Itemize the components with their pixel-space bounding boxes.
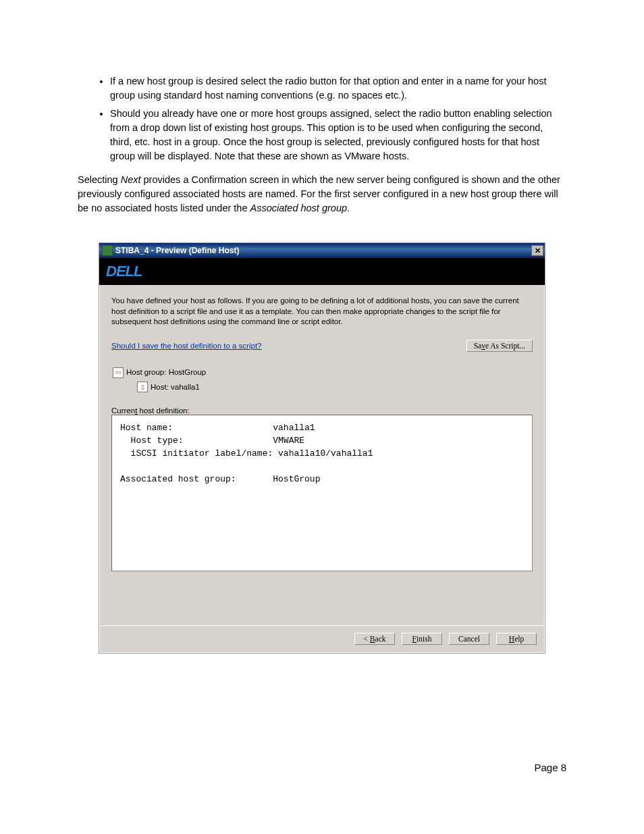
help-button[interactable]: Help bbox=[496, 633, 537, 645]
host-icon: ▯ bbox=[137, 382, 148, 392]
tree-hostgroup-node: ▭ Host group: HostGroup bbox=[113, 365, 533, 380]
dialog-window: STIBA_4 - Preview (Define Host) ✕ DELL Y… bbox=[99, 242, 545, 654]
para-text: Selecting bbox=[78, 174, 121, 185]
back-button[interactable]: < Back bbox=[354, 633, 395, 645]
brand-bar: DELL bbox=[99, 258, 545, 285]
current-definition-label: Current host definition: bbox=[111, 407, 533, 415]
hostgroup-icon: ▭ bbox=[113, 367, 124, 378]
para-italic-next: Next bbox=[121, 174, 141, 185]
close-icon[interactable]: ✕ bbox=[531, 245, 543, 256]
dell-logo-icon: DELL bbox=[106, 263, 142, 280]
para-italic-group: Associated host group bbox=[250, 203, 347, 213]
intro-text: You have defined your host as follows. I… bbox=[111, 296, 533, 328]
definition-textbox: Host name: vahalla1 Host type: VMWARE iS… bbox=[111, 415, 533, 571]
bullet-item: If a new host group is desired select th… bbox=[110, 74, 566, 103]
page-number: Page 8 bbox=[78, 762, 566, 773]
para-text: . bbox=[347, 203, 350, 213]
dialog-button-row: < Back Finish Cancel Help bbox=[99, 625, 545, 653]
bullet-item: Should you already have one or more host… bbox=[110, 107, 566, 163]
titlebar: STIBA_4 - Preview (Define Host) ✕ bbox=[99, 243, 545, 258]
finish-button[interactable]: Finish bbox=[402, 633, 442, 645]
host-tree: ▭ Host group: HostGroup ▯ Host: vahalla1 bbox=[113, 365, 533, 395]
tree-hostgroup-label: Host group: HostGroup bbox=[126, 365, 206, 380]
help-link[interactable]: Should I save the host definition to a s… bbox=[111, 342, 261, 350]
body-paragraph: Selecting Next provides a Confirmation s… bbox=[78, 173, 566, 215]
tree-host-label: Host: vahalla1 bbox=[151, 380, 200, 395]
window-title: STIBA_4 - Preview (Define Host) bbox=[115, 246, 239, 255]
cancel-button[interactable]: Cancel bbox=[449, 633, 489, 645]
bulleted-list: If a new host group is desired select th… bbox=[78, 74, 566, 163]
app-icon bbox=[102, 245, 113, 256]
save-as-script-button[interactable]: Save As Script... bbox=[466, 340, 533, 352]
tree-host-node: ▯ Host: vahalla1 bbox=[137, 380, 533, 395]
